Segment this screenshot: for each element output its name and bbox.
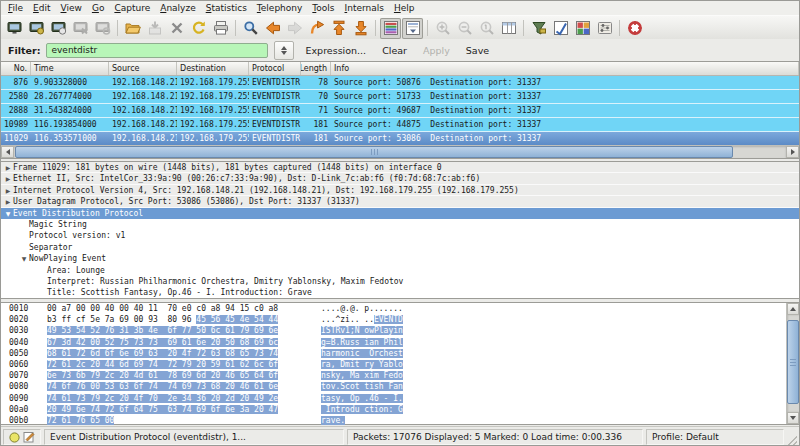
detail-row-title[interactable]: Title: Scottish Fantasy, Op.46 - I. Intr…: [1, 287, 799, 298]
menu-capture[interactable]: Capture: [109, 2, 155, 15]
detail-row-edp-selected[interactable]: ▼Event Distribution Protocol: [1, 208, 799, 219]
go-back-button[interactable]: [262, 18, 283, 39]
detail-row-ethernet[interactable]: ▶Ethernet II, Src: IntelCor_33:9a:90 (00…: [1, 173, 799, 184]
zoom-in-button[interactable]: [432, 18, 453, 39]
start-capture-button[interactable]: [48, 18, 69, 39]
scroll-right-button[interactable]: [786, 146, 799, 158]
coloring-rules-button[interactable]: [572, 18, 593, 39]
zoom-out-button[interactable]: [454, 18, 475, 39]
packet-row[interactable]: 2580 28.267774000 192.168.148.21 192.168…: [1, 90, 799, 104]
capture-filters-button[interactable]: [528, 18, 549, 39]
go-to-packet-button[interactable]: [306, 18, 327, 39]
menu-tools[interactable]: Tools: [307, 2, 339, 15]
menu-analyze[interactable]: Analyze: [155, 2, 200, 15]
column-header-protocol[interactable]: Protocol: [249, 62, 301, 75]
scroll-left-button[interactable]: [1, 146, 14, 158]
menu-edit[interactable]: Edit: [28, 2, 55, 15]
hex-row[interactable]: 0020b3 ff cf 5e 7a 69 00 93 80 96 45 56 …: [1, 314, 799, 325]
hex-row[interactable]: 004067 3d 42 00 52 75 73 73 69 61 6e 20 …: [1, 337, 799, 348]
reload-button[interactable]: [188, 18, 209, 39]
resize-columns-button[interactable]: [498, 18, 519, 39]
menu-statistics[interactable]: Statistics: [201, 2, 252, 15]
display-filters-button[interactable]: [550, 18, 571, 39]
expander-expanded-icon[interactable]: ▼: [3, 208, 13, 219]
hex-row[interactable]: 00a020 49 6e 74 72 6f 64 75 63 74 69 6f …: [1, 404, 799, 415]
help-button[interactable]: [624, 18, 645, 39]
capture-options-button[interactable]: [26, 18, 47, 39]
menu-internals[interactable]: Internals: [340, 2, 389, 15]
detail-row-nowplaying[interactable]: ▼NowPlaying Event: [1, 253, 799, 264]
hex-row[interactable]: 008074 6f 76 00 53 63 6f 74 74 69 73 68 …: [1, 381, 799, 392]
expression-button[interactable]: Expression...: [300, 45, 371, 56]
hex-row[interactable]: 005068 61 72 6d 6f 6e 69 63 20 4f 72 63 …: [1, 348, 799, 359]
apply-button[interactable]: Apply: [418, 45, 455, 56]
expert-info-section[interactable]: [3, 429, 41, 445]
hex-row[interactable]: 006072 61 2c 20 44 6d 69 74 72 79 20 59 …: [1, 359, 799, 370]
restart-capture-button[interactable]: [92, 18, 113, 39]
expander-collapsed-icon[interactable]: ▶: [3, 185, 13, 196]
print-button[interactable]: [210, 18, 231, 39]
filter-history-dropdown[interactable]: [274, 41, 294, 60]
menu-go[interactable]: Go: [87, 2, 110, 15]
detail-row-frame[interactable]: ▶Frame 11029: 181 bytes on wire (1448 bi…: [1, 162, 799, 173]
menu-view[interactable]: View: [56, 2, 87, 15]
hex-row[interactable]: 00b072 61 76 65 00rave.: [1, 415, 799, 426]
vscroll-thumb[interactable]: [787, 320, 799, 404]
menu-telephony[interactable]: Telephony: [252, 2, 308, 15]
hex-row[interactable]: 003049 53 54 52 76 31 3b 4e 6f 77 50 6c …: [1, 325, 799, 336]
normal-size-button[interactable]: [476, 18, 497, 39]
hscroll-track[interactable]: [14, 146, 786, 158]
packet-row[interactable]: 2888 31.543824000 192.168.148.21 192.168…: [1, 104, 799, 118]
detail-row-udp[interactable]: ▶User Datagram Protocol, Src Port: 53086…: [1, 196, 799, 207]
hex-vscrollbar[interactable]: [786, 303, 799, 424]
scroll-up-button[interactable]: [787, 303, 799, 315]
colorize-toggle-button[interactable]: [380, 18, 401, 39]
packet-list-hscrollbar[interactable]: [1, 145, 799, 158]
expander-collapsed-icon[interactable]: ▶: [3, 196, 13, 207]
go-to-top-button[interactable]: [328, 18, 349, 39]
expander-collapsed-icon[interactable]: ▶: [3, 173, 13, 184]
hex-row[interactable]: 001000 a7 00 00 40 00 40 11 70 e0 c0 a8 …: [1, 303, 799, 314]
find-packet-button[interactable]: [240, 18, 261, 39]
hscroll-thumb[interactable]: [15, 146, 733, 158]
detail-row-protocol-version[interactable]: Protocol version: v1: [1, 230, 799, 241]
column-header-no[interactable]: No.: [1, 62, 31, 75]
menu-help[interactable]: Help: [389, 2, 420, 15]
close-file-button[interactable]: [166, 18, 187, 39]
stop-capture-button[interactable]: [70, 18, 91, 39]
detail-row-magic-string[interactable]: Magic String: [1, 219, 799, 230]
preferences-button[interactable]: [594, 18, 615, 39]
window-resize-grip[interactable]: [787, 435, 797, 445]
filter-input[interactable]: eventdistr: [46, 43, 268, 58]
list-interfaces-button[interactable]: [4, 18, 25, 39]
scroll-down-button[interactable]: [787, 412, 799, 424]
packet-row[interactable]: 10989 116.193854000 192.168.148.21 192.1…: [1, 118, 799, 132]
column-header-time[interactable]: Time: [31, 62, 109, 75]
packet-row-selected[interactable]: 11029 116.353571000 192.168.148.21 192.1…: [1, 132, 799, 146]
clear-button[interactable]: Clear: [377, 45, 412, 56]
hex-row[interactable]: 00706e 73 6b 79 2c 20 4d 61 78 69 6d 20 …: [1, 370, 799, 381]
search-icon: [243, 20, 259, 36]
packet-row[interactable]: 876 9.903328000 192.168.148.21 192.168.1…: [1, 76, 799, 90]
expander-collapsed-icon[interactable]: ▶: [3, 162, 13, 173]
display-filter-icon: [553, 20, 569, 36]
hex-row[interactable]: 009074 61 73 79 2c 20 4f 70 2e 34 36 20 …: [1, 393, 799, 404]
menu-file[interactable]: File: [3, 2, 28, 15]
open-file-button[interactable]: [122, 18, 143, 39]
save-button[interactable]: Save: [461, 45, 494, 56]
expander-expanded-icon[interactable]: ▼: [19, 253, 29, 264]
save-file-button[interactable]: [144, 18, 165, 39]
go-to-bottom-button[interactable]: [350, 18, 371, 39]
detail-row-ip[interactable]: ▶Internet Protocol Version 4, Src: 192.1…: [1, 185, 799, 196]
column-header-info[interactable]: Info: [331, 62, 799, 75]
detail-row-area[interactable]: Area: Lounge: [1, 265, 799, 276]
column-header-destination[interactable]: Destination: [177, 62, 249, 75]
detail-row-separator[interactable]: Separator: [1, 242, 799, 253]
detail-row-interpret[interactable]: Interpret: Russian Philharmonic Orchestr…: [1, 276, 799, 287]
column-header-source[interactable]: Source: [109, 62, 177, 75]
auto-scroll-toggle-button[interactable]: [402, 18, 423, 39]
go-forward-button[interactable]: [284, 18, 305, 39]
vscroll-track[interactable]: [787, 315, 799, 412]
status-profile[interactable]: Profile: Default: [646, 429, 784, 445]
column-header-length[interactable]: Length: [301, 62, 331, 75]
